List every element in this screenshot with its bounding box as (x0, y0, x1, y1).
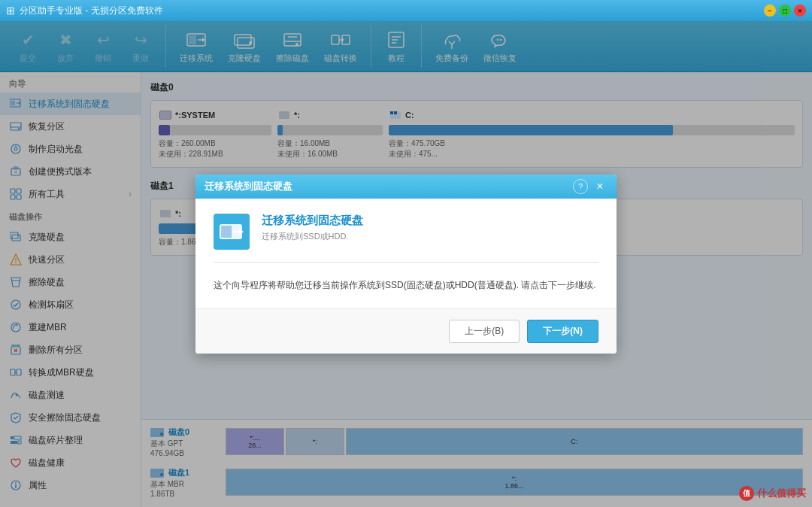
dialog-help-button[interactable]: ? (573, 179, 588, 194)
modal-overlay: 迁移系统到固态硬盘 ? × 迁移系统到固态硬盘 迁移系统到SSD或HDD. (0, 21, 812, 507)
dialog-header-icon (214, 214, 250, 250)
dialog-header-subtitle: 迁移系统到SSD或HDD. (262, 231, 598, 242)
dialog-title-bar: 迁移系统到固态硬盘 ? × (195, 175, 617, 199)
app-title: 分区助手专业版 - 无损分区免费软件 (20, 5, 163, 17)
dialog-header-text: 迁移系统到固态硬盘 迁移系统到SSD或HDD. (262, 214, 598, 242)
dialog-header: 迁移系统到固态硬盘 迁移系统到SSD或HDD. (214, 214, 598, 263)
watermark-icon: 值 (739, 486, 754, 501)
migrate-dialog: 迁移系统到固态硬盘 ? × 迁移系统到固态硬盘 迁移系统到SSD或HDD. (195, 175, 617, 354)
close-button[interactable]: × (794, 5, 806, 17)
dialog-close-button[interactable]: × (592, 179, 607, 194)
dialog-body: 迁移系统到固态硬盘 迁移系统到SSD或HDD. 这个向导程序将帮助您迁移当前操作… (195, 199, 617, 309)
dialog-title: 迁移系统到固态硬盘 (205, 180, 573, 193)
title-bar: ⊞ 分区助手专业版 - 无损分区免费软件 − □ × (0, 0, 812, 21)
window-controls: − □ × (764, 5, 806, 17)
maximize-button[interactable]: □ (779, 5, 791, 17)
dialog-content: 这个向导程序将帮助您迁移当前操作系统到SSD(固态硬盘)或HDD(普通硬盘). … (214, 278, 598, 294)
watermark-text: 什么值得买 (757, 487, 806, 500)
minimize-button[interactable]: − (764, 5, 776, 17)
prev-button[interactable]: 上一步(B) (449, 320, 520, 343)
dialog-footer: 上一步(B) 下一步(N) (195, 308, 617, 354)
watermark: 值 什么值得买 (739, 486, 806, 501)
dialog-header-title: 迁移系统到固态硬盘 (262, 214, 598, 228)
svg-rect-78 (221, 226, 232, 238)
next-button[interactable]: 下一步(N) (527, 320, 598, 343)
